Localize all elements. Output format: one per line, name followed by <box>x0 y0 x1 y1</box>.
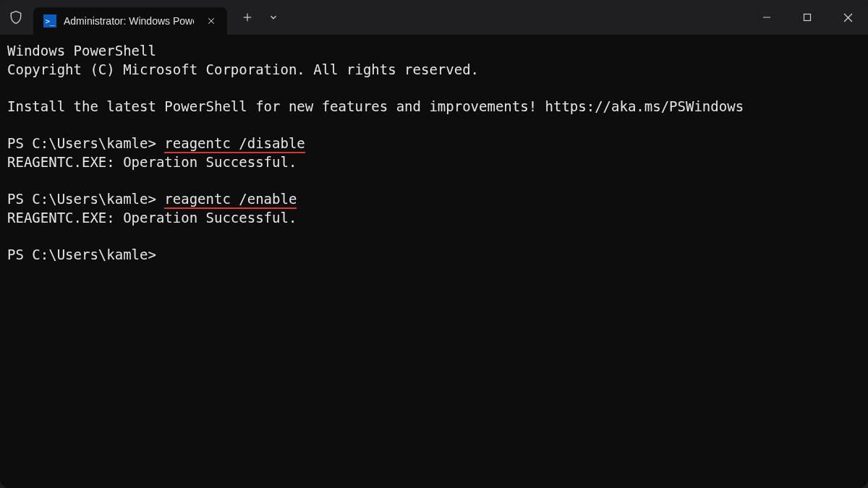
terminal-line <box>7 79 861 98</box>
command-text: /disable <box>231 135 305 153</box>
titlebar: >_ Administrator: Windows Powe <box>0 0 868 35</box>
terminal-line: PS C:\Users\kamle> reagentc /disable <box>7 134 861 153</box>
ps-prompt: PS C:\Users\kamle> <box>7 191 164 207</box>
shield-outline-icon <box>9 10 23 25</box>
tab-actions <box>233 0 288 35</box>
window-close-button[interactable] <box>827 0 868 35</box>
active-tab[interactable]: >_ Administrator: Windows Powe <box>33 7 227 35</box>
window-controls <box>746 0 868 35</box>
tab-dropdown-button[interactable] <box>259 0 288 35</box>
ps-prompt: PS C:\Users\kamle> <box>7 247 156 262</box>
terminal-line: REAGENTC.EXE: Operation Successful. <box>7 153 861 172</box>
command-text: reagentc <box>164 191 231 209</box>
terminal-line <box>7 116 861 135</box>
terminal-line: PS C:\Users\kamle> <box>7 246 861 265</box>
close-tab-icon[interactable] <box>205 15 217 27</box>
terminal-line: REAGENTC.EXE: Operation Successful. <box>7 209 861 228</box>
new-tab-button[interactable] <box>233 0 262 35</box>
maximize-button[interactable] <box>787 0 827 35</box>
terminal-line: Copyright (C) Microsoft Corporation. All… <box>7 61 861 80</box>
terminal-line: Windows PowerShell <box>7 42 861 61</box>
svg-rect-5 <box>804 14 811 21</box>
terminal-line <box>7 227 861 246</box>
terminal-output[interactable]: Windows PowerShellCopyright (C) Microsof… <box>0 35 868 488</box>
ps-prompt: PS C:\Users\kamle> <box>7 135 164 151</box>
minimize-button[interactable] <box>746 0 787 35</box>
tab-title: Administrator: Windows Powe <box>64 15 194 27</box>
terminal-line: PS C:\Users\kamle> reagentc /enable <box>7 190 861 209</box>
terminal-window: >_ Administrator: Windows Powe <box>0 0 868 488</box>
command-text: reagentc <box>164 135 231 153</box>
terminal-line <box>7 171 861 190</box>
terminal-line: Install the latest PowerShell for new fe… <box>7 98 861 116</box>
powershell-icon: >_ <box>43 14 56 27</box>
command-text: /enable <box>231 191 297 209</box>
